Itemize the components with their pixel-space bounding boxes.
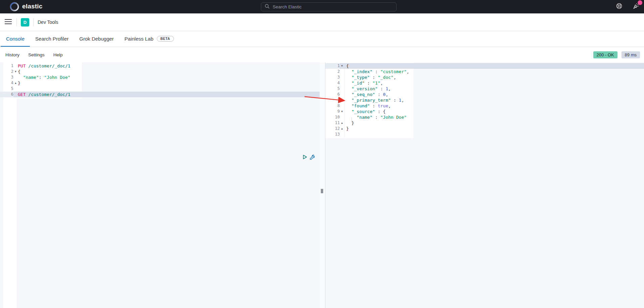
brand-text: elastic bbox=[22, 3, 43, 10]
response-line-8[interactable]: 8 "found" : true, bbox=[325, 103, 644, 109]
fold-caret-empty bbox=[340, 74, 344, 80]
response-line-2[interactable]: 2 "_index" : "customer", bbox=[325, 69, 644, 74]
code-text: GET /customer/_doc/1 bbox=[18, 92, 320, 97]
line-number: 5 bbox=[325, 86, 340, 92]
navigation-bar: D Dev Tools bbox=[0, 13, 644, 31]
divider bbox=[16, 18, 17, 26]
fold-caret-empty bbox=[13, 86, 18, 92]
resize-grip-icon bbox=[321, 189, 324, 193]
line-number: 4 bbox=[0, 80, 13, 86]
response-line-11[interactable]: 11▴ } bbox=[325, 120, 644, 126]
code-text: { bbox=[344, 63, 644, 69]
fold-caret-empty bbox=[340, 132, 344, 137]
fold-caret-empty bbox=[340, 114, 344, 120]
code-text: "name": "John Doe" bbox=[18, 74, 320, 80]
request-line-4[interactable]: 4▴} bbox=[0, 80, 320, 86]
line-number: 6 bbox=[0, 92, 13, 97]
console-menu-bar: History Settings Help 200 - OK 89 ms bbox=[0, 47, 644, 62]
dev-tools-tabs: Console Search Profiler Grok Debugger Pa… bbox=[0, 31, 644, 47]
fold-caret-empty bbox=[340, 103, 344, 109]
status-badge: 200 - OK bbox=[593, 51, 617, 58]
code-text bbox=[18, 86, 320, 92]
fold-caret-empty bbox=[340, 69, 344, 74]
line-number: 12 bbox=[325, 126, 340, 132]
tab-console[interactable]: Console bbox=[1, 31, 30, 47]
code-text: "_source" : { bbox=[344, 109, 644, 114]
help-buoy-icon[interactable] bbox=[616, 3, 623, 11]
tab-search-profiler[interactable]: Search Profiler bbox=[30, 31, 74, 47]
code-text: "_primary_term" : 1, bbox=[344, 97, 644, 103]
line-number: 2 bbox=[0, 69, 13, 74]
request-editor[interactable]: 1PUT /customer/_doc/12▾{3 "name": "John … bbox=[0, 62, 320, 308]
fold-caret-empty bbox=[13, 74, 18, 80]
line-number: 7 bbox=[325, 97, 340, 103]
global-search-input[interactable]: Search Elastic bbox=[261, 2, 397, 11]
send-request-play-icon[interactable] bbox=[303, 155, 307, 159]
fold-caret-icon[interactable]: ▴ bbox=[13, 80, 18, 86]
line-number: 1 bbox=[325, 63, 340, 69]
response-line-6[interactable]: 6 "_seq_no" : 0, bbox=[325, 92, 644, 97]
tab-grok-debugger[interactable]: Grok Debugger bbox=[74, 31, 119, 47]
fold-caret-icon[interactable]: ▴ bbox=[340, 120, 344, 126]
request-line-5[interactable]: 5 bbox=[0, 86, 320, 92]
fold-caret-icon[interactable]: ▴ bbox=[340, 126, 344, 132]
line-number: 3 bbox=[325, 74, 340, 80]
elastic-logo-icon[interactable] bbox=[9, 2, 19, 12]
response-line-3[interactable]: 3 "_type" : "_doc", bbox=[325, 74, 644, 80]
request-line-6[interactable]: 6GET /customer/_doc/1 bbox=[0, 92, 320, 97]
code-text: } bbox=[344, 126, 644, 132]
line-number: 13 bbox=[325, 132, 340, 137]
response-line-7[interactable]: 7 "_primary_term" : 1, bbox=[325, 97, 644, 103]
code-text: } bbox=[344, 120, 644, 126]
line-number: 11 bbox=[325, 120, 340, 126]
menu-help[interactable]: Help bbox=[53, 52, 63, 57]
request-options-wrench-icon[interactable] bbox=[309, 155, 315, 159]
line-number: 9 bbox=[325, 109, 340, 114]
deployment-badge[interactable]: D bbox=[21, 18, 29, 27]
request-line-2[interactable]: 2▾{ bbox=[0, 69, 320, 74]
code-text: { bbox=[18, 69, 320, 74]
response-line-12[interactable]: 12▴} bbox=[325, 126, 644, 132]
line-number: 5 bbox=[0, 86, 13, 92]
fold-caret-empty bbox=[13, 63, 18, 69]
line-number: 3 bbox=[0, 74, 13, 80]
global-header: elastic Search Elastic bbox=[0, 0, 644, 13]
code-text: "_type" : "_doc", bbox=[344, 74, 644, 80]
menu-hamburger-icon[interactable] bbox=[5, 19, 12, 25]
notification-dot bbox=[638, 0, 642, 5]
code-text: "_index" : "customer", bbox=[344, 69, 644, 74]
code-text: "name" : "John Doe" bbox=[344, 114, 644, 120]
fold-caret-empty bbox=[340, 92, 344, 97]
fold-caret-icon[interactable]: ▾ bbox=[340, 109, 344, 114]
console-workspace: 1PUT /customer/_doc/12▾{3 "name": "John … bbox=[0, 62, 644, 308]
menu-settings[interactable]: Settings bbox=[28, 52, 45, 57]
response-line-1[interactable]: 1▾{ bbox=[325, 63, 644, 69]
line-number: 10 bbox=[325, 114, 340, 120]
response-viewer[interactable]: 1▾{2 "_index" : "customer",3 "_type" : "… bbox=[325, 62, 644, 308]
fold-caret-icon[interactable]: ▾ bbox=[13, 69, 18, 74]
response-time-badge: 89 ms bbox=[622, 51, 640, 58]
response-line-9[interactable]: 9▾ "_source" : { bbox=[325, 109, 644, 114]
response-line-4[interactable]: 4 "_id" : "1", bbox=[325, 80, 644, 86]
fold-caret-empty bbox=[13, 92, 18, 97]
request-line-3[interactable]: 3 "name": "John Doe" bbox=[0, 74, 320, 80]
response-line-10[interactable]: 10 "name" : "John Doe" bbox=[325, 114, 644, 120]
response-line-5[interactable]: 5 "_version" : 1, bbox=[325, 86, 644, 92]
response-line-13[interactable]: 13 bbox=[325, 132, 644, 137]
panel-resize-handle[interactable] bbox=[320, 62, 325, 308]
line-number: 2 bbox=[325, 69, 340, 74]
code-text: } bbox=[18, 80, 320, 86]
divider bbox=[33, 18, 34, 26]
search-placeholder: Search Elastic bbox=[273, 4, 302, 9]
code-text: "_version" : 1, bbox=[344, 86, 644, 92]
line-number: 6 bbox=[325, 92, 340, 97]
code-text: "found" : true, bbox=[344, 103, 644, 109]
tab-painless-lab[interactable]: Painless Lab BETA bbox=[119, 31, 179, 47]
line-number: 4 bbox=[325, 80, 340, 86]
request-line-1[interactable]: 1PUT /customer/_doc/1 bbox=[0, 63, 320, 69]
menu-history[interactable]: History bbox=[5, 52, 19, 57]
fold-caret-empty bbox=[340, 97, 344, 103]
breadcrumb[interactable]: Dev Tools bbox=[38, 19, 58, 25]
kibana-dev-tools-page: elastic Search Elastic bbox=[0, 0, 644, 308]
fold-caret-icon[interactable]: ▾ bbox=[340, 63, 344, 69]
